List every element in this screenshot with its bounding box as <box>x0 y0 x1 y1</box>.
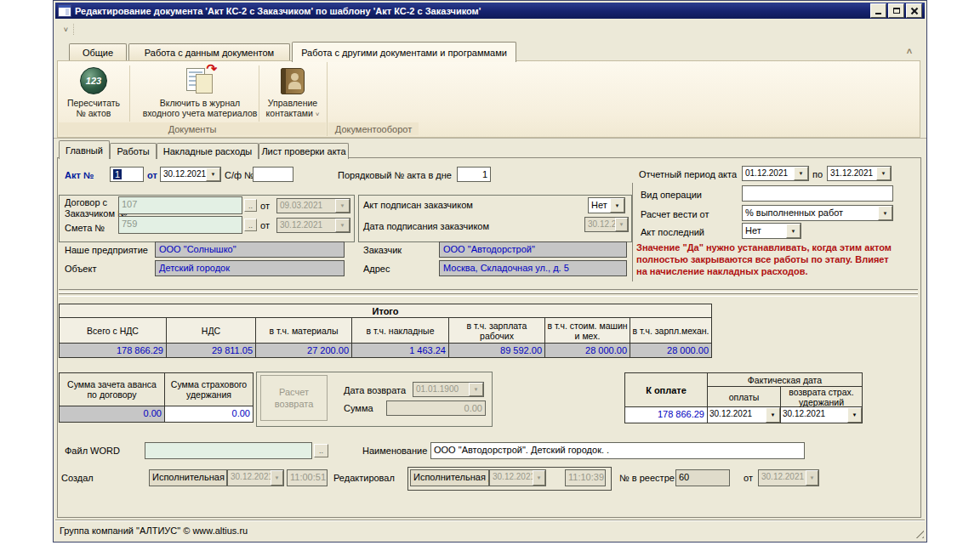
include-in-journal-button[interactable]: ↷ Включить в журнал входного учета матер… <box>131 64 269 122</box>
act-number-value: 1 <box>113 169 122 179</box>
divider <box>54 138 926 139</box>
app-icon <box>58 4 71 17</box>
contract-from-label: от <box>260 201 270 212</box>
period-from-value: 01.12.2021 <box>743 167 794 180</box>
close-button[interactable] <box>906 3 922 18</box>
calc-from-combo[interactable]: % выполненных работ ▼ <box>742 205 893 221</box>
dropdown-arrow-icon[interactable]: ▼ <box>786 224 801 238</box>
totals-header: в т.ч. стоим. машин и мех. <box>545 318 630 343</box>
registry-number-field: 60 <box>675 469 730 486</box>
doc-name-input[interactable]: ООО "Автодорстрой". Детский городок. . <box>430 442 805 459</box>
dropdown-arrow-icon[interactable]: ▼ <box>878 206 892 220</box>
window-title: Редактирование документа 'Акт КС-2 с Зак… <box>75 6 867 16</box>
dropdown-arrow-icon: ▼ <box>271 470 283 486</box>
signed-date-label: Дата подписания заказчиком <box>363 221 489 232</box>
tab-nakladnye-rashody[interactable]: Накладные расходы <box>157 143 259 159</box>
ribbon-tab-obschie[interactable]: Общие <box>69 43 127 61</box>
totals-header: в т.ч. зарплата рабочих <box>449 318 544 343</box>
totals-value: 1 463.24 <box>352 344 448 357</box>
ribbon-group-documents: 123 Пересчитать № актов ↷ Включить в жур… <box>58 62 328 136</box>
pay-date-combo[interactable]: 30.12.2021 ▼ <box>708 407 780 423</box>
registry-label: № в реестре <box>619 473 675 484</box>
ribbon-divider <box>259 65 259 122</box>
dropdown-arrow-icon: ▼ <box>615 218 628 231</box>
maximize-button[interactable] <box>888 3 904 18</box>
ribbon-tab-other-documents[interactable]: Работа с другими документами и программа… <box>292 42 516 62</box>
retention-input[interactable]: 0.00 <box>165 406 253 422</box>
word-browse-button[interactable]: .. <box>314 444 328 457</box>
customer-field: ООО "Автодорстрой" <box>439 241 627 258</box>
address-field: Москва, Складочная ул., д. 5 <box>439 260 627 276</box>
day-order-label: Порядковый № акта в дне <box>338 170 452 181</box>
registry-date-value: 30.12.2021 <box>759 470 806 486</box>
dropdown-arrow-icon[interactable]: ▼ <box>610 198 624 213</box>
calc-return-button: Расчет возврата <box>260 375 328 421</box>
sf-number-input[interactable] <box>253 167 293 182</box>
estimate-browse-button[interactable]: .. <box>244 219 257 231</box>
ribbon-tab-current-document[interactable]: Работа с данным документом <box>128 43 290 61</box>
ribbon-divider <box>129 65 130 122</box>
act-last-combo[interactable]: Нет ▼ <box>742 223 801 239</box>
dropdown-arrow-icon[interactable]: ▼ <box>794 167 808 180</box>
ribbon-tab-label: Работа с другими документами и программа… <box>301 48 507 58</box>
window-controls <box>870 3 922 18</box>
period-from-combo[interactable]: 01.12.2021 ▼ <box>742 166 809 181</box>
totals-value: 29 811.05 <box>167 344 255 357</box>
return-sum-label: Сумма <box>344 403 373 414</box>
retention-return-header: возврата страх. удержаний <box>781 387 862 406</box>
recalc-act-numbers-button[interactable]: 123 Пересчитать № актов <box>60 64 128 122</box>
act-date-combo[interactable]: 30.12.2021 ▼ <box>160 167 221 182</box>
totals-value: 178 866.29 <box>60 344 166 357</box>
resize-grip-icon[interactable] <box>912 526 924 538</box>
dropdown-arrow-icon[interactable]: ▼ <box>876 167 891 180</box>
act-number-label: Акт № <box>65 170 94 181</box>
period-to-combo[interactable]: 31.12.2021 ▼ <box>827 166 892 181</box>
operation-type-label: Вид операции <box>641 190 702 201</box>
word-file-input <box>145 442 312 459</box>
journal-copy-icon: ↷ <box>185 67 215 94</box>
act-number-input[interactable]: 1 <box>110 167 144 182</box>
manage-contacts-button[interactable]: Управление контактами ˅ <box>260 64 325 122</box>
dropdown-arrow-icon: ▼ <box>806 470 818 486</box>
registry-from-label: от <box>744 473 753 484</box>
calc-from-value: % выполненных работ <box>743 206 878 220</box>
our-company-field: ООО "Солнышко" <box>155 241 345 258</box>
totals-header: НДС <box>167 318 255 343</box>
divider <box>59 293 918 297</box>
dropdown-arrow-icon[interactable]: ▼ <box>766 407 780 423</box>
dropdown-arrow-icon[interactable]: ▼ <box>847 407 862 423</box>
contacts-button-label: Управление контактами <box>266 98 318 118</box>
totals-table: Итого Всего с НДС НДС в т.ч. материалы в… <box>59 304 712 358</box>
day-order-input[interactable]: 1 <box>457 167 491 182</box>
edited-time-field: 11:10:39 <box>565 469 606 486</box>
totals-title: Итого <box>60 304 711 317</box>
tab-glavnyi[interactable]: Главный <box>59 140 110 159</box>
edited-label: Редактировал <box>333 473 395 484</box>
dropdown-arrow-icon: ▼ <box>469 383 483 396</box>
tab-list-proverki[interactable]: Лист проверки акта <box>259 143 349 159</box>
operation-type-input[interactable] <box>742 185 893 202</box>
retention-return-date-value: 30.12.2021 <box>781 407 847 423</box>
dropdown-arrow-icon[interactable]: ▼ <box>206 168 220 181</box>
recalc-123-icon: 123 <box>80 67 107 94</box>
toolbar-overflow-button[interactable]: ˅ <box>59 24 74 35</box>
ribbon-collapse-button[interactable]: ˄ <box>903 45 916 57</box>
totals-header: Всего с НДС <box>60 318 166 343</box>
signed-combo[interactable]: Нет ▼ <box>588 197 625 213</box>
to-pay-table: К оплате Фактическая дата оплаты возврат… <box>624 372 863 423</box>
edited-date-combo: 30.12.2021 ▼ <box>489 469 546 486</box>
tab-label: Лист проверки акта <box>261 146 345 156</box>
estimate-number-field: 759 <box>118 216 242 234</box>
warning-note: Значение "Да" нужно устанавливать, когда… <box>632 241 896 277</box>
contract-date-value: 09.03.2021 <box>277 199 335 213</box>
customer-label: Заказчик <box>363 245 402 256</box>
act-last-value: Нет <box>743 224 786 238</box>
address-label: Адрес <box>363 264 390 275</box>
created-time-field: 11:00:51 <box>287 469 328 486</box>
tab-raboty[interactable]: Работы <box>110 143 157 159</box>
retention-return-date-combo[interactable]: 30.12.2021 ▼ <box>781 407 862 423</box>
contract-browse-button[interactable]: .. <box>244 199 257 212</box>
minimize-button[interactable] <box>870 3 886 18</box>
tab-label: Накладные расходы <box>163 146 252 156</box>
advance-header: Сумма зачета аванса по договору <box>60 373 164 406</box>
